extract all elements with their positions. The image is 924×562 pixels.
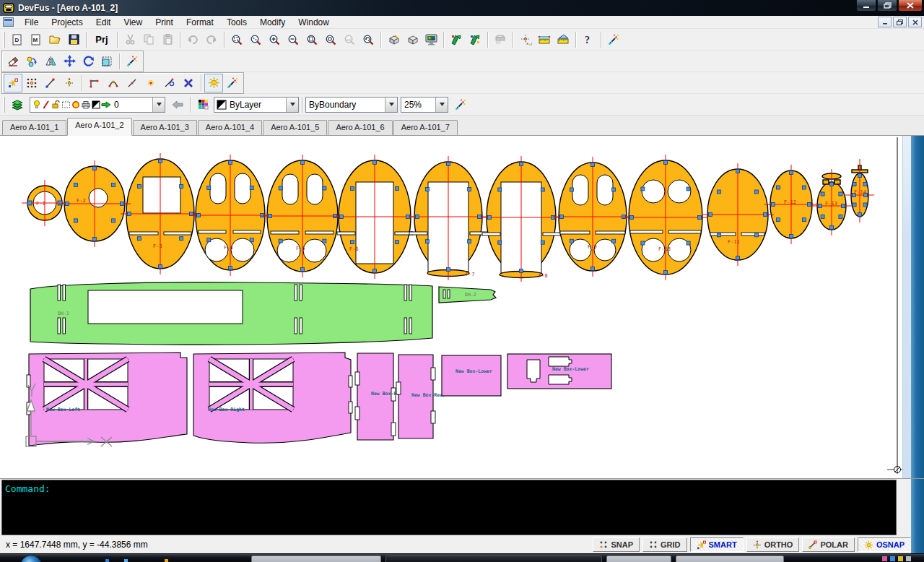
- taskbar-window-button[interactable]: [606, 555, 671, 562]
- box-left[interactable]: New Box-Left: [27, 353, 187, 446]
- ortho-toggle[interactable]: ORTHO: [746, 537, 800, 552]
- smart-toggle[interactable]: SMART: [690, 537, 744, 552]
- move-button[interactable]: [60, 52, 79, 71]
- menu-view[interactable]: View: [117, 17, 149, 28]
- document-icon[interactable]: [3, 17, 14, 27]
- zoom-previous-button[interactable]: [359, 30, 378, 49]
- preview-monitor-button[interactable]: [422, 30, 440, 49]
- fill-mode-dropdown[interactable]: [385, 98, 397, 112]
- minimize-button[interactable]: [856, 0, 876, 12]
- box-rear[interactable]: New Box-Rear: [396, 355, 445, 438]
- mdi-minimize-button[interactable]: [878, 17, 892, 27]
- wizard-button[interactable]: [604, 30, 623, 49]
- tray-icon[interactable]: [882, 556, 887, 561]
- import-dxf-button[interactable]: [466, 30, 484, 49]
- menu-print[interactable]: Print: [149, 17, 180, 28]
- box-lower-2[interactable]: New Box-Lower: [507, 354, 611, 389]
- toolbar-grip[interactable]: [3, 97, 5, 113]
- polar-toggle[interactable]: POLAR: [802, 537, 855, 552]
- snap-corner-button[interactable]: [85, 74, 104, 92]
- snap-smart-button[interactable]: [4, 74, 22, 92]
- previous-layer-button[interactable]: [168, 95, 187, 114]
- measure-distance-button[interactable]: [535, 30, 554, 49]
- menu-window[interactable]: Window: [292, 17, 336, 28]
- menu-edit[interactable]: Edit: [90, 17, 118, 28]
- snap-point-cross-button[interactable]: [60, 74, 79, 92]
- zoom-object-button[interactable]: [246, 30, 265, 49]
- snap-nearest-button[interactable]: [123, 74, 141, 92]
- layers-manager-button[interactable]: [8, 95, 27, 114]
- quicklaunch-icon[interactable]: [165, 559, 168, 562]
- osnap-highlight-button[interactable]: [204, 74, 223, 92]
- toolbar-grip[interactable]: [3, 32, 5, 48]
- cut-button[interactable]: [121, 30, 139, 49]
- pen-color-combo[interactable]: ByLayer: [214, 97, 299, 113]
- rotate-button[interactable]: [79, 52, 97, 71]
- tab-aero-a101-7[interactable]: Aero A-101_7: [393, 120, 458, 135]
- zoom-level-combo[interactable]: 25%: [401, 97, 448, 113]
- drawing-canvas[interactable]: DH-1 DH-2 New Box-Left: [0, 136, 902, 478]
- scale-button[interactable]: [97, 52, 116, 71]
- close-button[interactable]: [898, 0, 923, 12]
- mirror-button[interactable]: [41, 52, 60, 71]
- tray-icon[interactable]: [906, 556, 911, 561]
- surface-3d-button[interactable]: [403, 30, 422, 49]
- new-model-doc-button[interactable]: M: [27, 30, 45, 49]
- snap-tangent-button[interactable]: [160, 74, 179, 92]
- transform-copy-button[interactable]: [22, 52, 41, 71]
- plate-dh2[interactable]: DH-2: [439, 287, 496, 303]
- help-button[interactable]: ?: [579, 30, 598, 49]
- grid-toggle[interactable]: GRID: [642, 537, 687, 552]
- quicklaunch-icon[interactable]: [105, 559, 109, 562]
- paste-button[interactable]: [158, 30, 177, 49]
- mdi-restore-button[interactable]: [893, 17, 907, 27]
- start-button[interactable]: [20, 555, 42, 562]
- plate-dh1[interactable]: DH-1: [30, 282, 432, 345]
- wizard-button[interactable]: [223, 74, 242, 92]
- print-setup-button[interactable]: [491, 30, 510, 49]
- snap-toggle[interactable]: SNAP: [593, 537, 640, 552]
- zoom-all-button[interactable]: [321, 30, 340, 49]
- mdi-close-button[interactable]: [908, 17, 922, 27]
- snap-grid-button[interactable]: [22, 74, 41, 92]
- tab-aero-a101-3[interactable]: Aero A-101_3: [133, 120, 197, 135]
- tab-aero-a101-4[interactable]: Aero A-101_4: [198, 120, 262, 135]
- osnap-toggle[interactable]: OSNAP: [858, 537, 911, 552]
- tab-aero-a101-5[interactable]: Aero A-101_5: [263, 120, 327, 135]
- point-coordinates-button[interactable]: x,y: [516, 30, 535, 49]
- tray-icon[interactable]: [898, 556, 903, 561]
- erase-button[interactable]: [4, 52, 22, 71]
- wizard-button[interactable]: [123, 52, 141, 71]
- zoom-window-button[interactable]: [227, 30, 246, 49]
- menu-file[interactable]: File: [18, 17, 45, 28]
- layer-combo[interactable]: 0: [30, 97, 165, 113]
- tab-aero-a101-2[interactable]: Aero A-101_2: [67, 118, 131, 136]
- surface-3d-edit-button[interactable]: [384, 30, 403, 49]
- zoom-level-dropdown[interactable]: [435, 98, 448, 112]
- save-button[interactable]: [64, 30, 83, 49]
- tray-icon[interactable]: [890, 556, 895, 561]
- projects-button[interactable]: Prj: [90, 30, 114, 49]
- snap-none-button[interactable]: [179, 74, 198, 92]
- copy-button[interactable]: [139, 30, 158, 49]
- menu-projects[interactable]: Projects: [45, 17, 89, 28]
- menu-tools[interactable]: Tools: [220, 17, 253, 28]
- redo-button[interactable]: [202, 30, 221, 49]
- fill-mode-combo[interactable]: ByBoundary: [305, 97, 398, 113]
- pen-color-dropdown[interactable]: [286, 98, 298, 112]
- tab-aero-a101-6[interactable]: Aero A-101_6: [328, 120, 392, 135]
- menu-modify[interactable]: Modify: [253, 17, 292, 28]
- quicklaunch-icon[interactable]: [124, 559, 128, 562]
- layer-combo-dropdown[interactable]: [152, 98, 165, 112]
- color-palette-button[interactable]: [193, 95, 212, 114]
- snap-node-button[interactable]: [141, 74, 160, 92]
- tab-aero-a101-1[interactable]: Aero A-101_1: [2, 120, 66, 135]
- box-right[interactable]: New Box-Right: [193, 353, 352, 443]
- taskbar-window-button[interactable]: [676, 555, 784, 562]
- taskbar-active-window-button[interactable]: [385, 555, 602, 562]
- zoom-selected-button[interactable]: sel: [340, 30, 359, 49]
- snap-arc-button[interactable]: [104, 74, 123, 92]
- menu-format[interactable]: Format: [180, 17, 220, 28]
- system-tray[interactable]: [882, 556, 911, 561]
- wizard-button[interactable]: [451, 95, 470, 114]
